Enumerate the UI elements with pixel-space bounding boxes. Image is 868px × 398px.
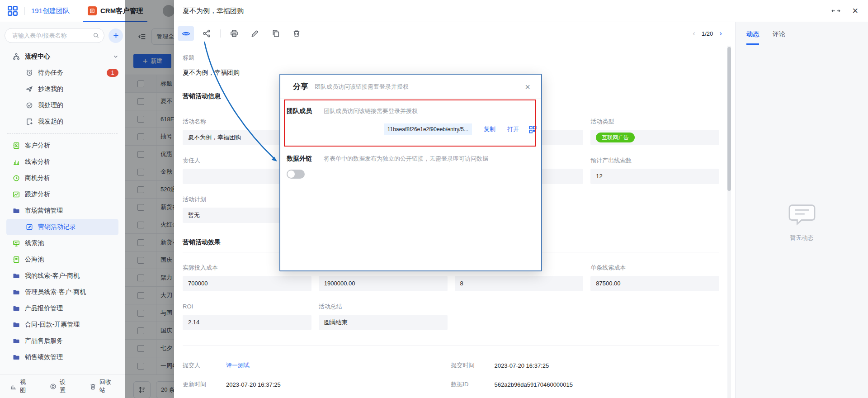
record-meta: 提交人 谭一测试 提交时间 2023-07-20 16:37:25 更新时间 2…: [183, 361, 719, 389]
sidebar-folder-product-quotes[interactable]: 产品报价管理: [0, 300, 125, 317]
field-lead-cost: 单条线索成本 87500.00: [590, 264, 719, 291]
sidebar-item-handled-by-me[interactable]: 我处理的: [0, 97, 125, 114]
tab-comments[interactable]: 评论: [773, 30, 785, 45]
record-title: 夏不为例，幸福团购: [183, 7, 244, 15]
external-link-toggle[interactable]: [287, 170, 305, 179]
submitter-link[interactable]: 谭一测试: [226, 361, 250, 370]
toolbar-divider: [220, 29, 221, 38]
sidebar-folder-my-leads[interactable]: 我的线索-客户-商机: [0, 268, 125, 284]
apps-grid-icon[interactable]: [7, 5, 18, 16]
sidebar-item-followup-analysis[interactable]: 跟进分析: [0, 186, 125, 203]
copy-link-button[interactable]: 复制: [484, 125, 495, 133]
summary-value: 圆满结束: [319, 315, 448, 330]
search-input[interactable]: [11, 32, 93, 39]
share-button[interactable]: [198, 26, 215, 41]
topbar-divider: [24, 7, 25, 15]
roi-value: 2.14: [183, 315, 311, 330]
drawer-header: 夏不为例，幸福团购 ×: [174, 0, 868, 22]
record-pen-icon: [26, 223, 33, 231]
add-form-button[interactable]: [108, 28, 123, 43]
next-record-icon[interactable]: ›: [719, 29, 722, 38]
share-link-text[interactable]: 11baeaf8f26e1e2f90eeb/entry/5...: [384, 123, 472, 135]
close-dialog-icon[interactable]: ×: [525, 82, 530, 91]
team-name[interactable]: 191创建团队: [31, 7, 70, 15]
activity-empty-state: 暂无动态: [736, 203, 868, 242]
sidebar-item-cc-to-me[interactable]: 抄送我的: [0, 81, 125, 97]
pager-position: 1/20: [702, 30, 713, 37]
crm-app-icon: [88, 6, 97, 15]
contact-book-icon: [13, 142, 20, 149]
sidebar-item-customer-analysis[interactable]: 客户分析: [0, 137, 125, 154]
sidebar-nav: 流程中心 待办任务 1 抄送我的 我处理的 我发起的: [0, 46, 125, 365]
sidebar-folder-admin-leads[interactable]: 管理员线索-客户-商机: [0, 284, 125, 300]
qr-code-icon[interactable]: [529, 126, 537, 133]
sidebar-folder-sales-performance[interactable]: 销售绩效管理: [0, 349, 125, 365]
doc-send-icon: [26, 118, 33, 125]
recycle-bin-button[interactable]: 回收站: [90, 378, 115, 394]
folder-icon: [13, 321, 20, 328]
sidebar-item-marketing-records[interactable]: 营销活动记录: [6, 219, 118, 235]
title-field-label: 标题: [183, 54, 719, 62]
search-icon: [93, 32, 99, 39]
sidebar-folder-after-sales[interactable]: 产品售后服务: [0, 333, 125, 349]
empty-feed-text: 暂无动态: [790, 234, 814, 242]
board-icon: [13, 240, 20, 247]
folder-icon: [13, 354, 20, 361]
sidebar-footer: 视图 设置 回收站: [0, 374, 125, 398]
delete-button[interactable]: [288, 26, 305, 41]
print-button[interactable]: [226, 26, 242, 41]
expand-drawer-icon[interactable]: [831, 7, 840, 14]
chevron-down-icon[interactable]: [113, 54, 118, 59]
folder-icon: [13, 272, 20, 280]
form-search[interactable]: [5, 28, 104, 43]
folder-icon: [13, 305, 20, 312]
lead-cost-value: 87500.00: [590, 276, 719, 291]
view-chart-icon: [10, 383, 17, 390]
activity-panel: 动态 评论 暂无动态: [735, 22, 868, 398]
close-drawer-icon[interactable]: ×: [852, 6, 858, 16]
sidebar-item-public-pool[interactable]: 公海池: [0, 251, 125, 268]
open-link-button[interactable]: 打开: [507, 125, 519, 133]
sidebar-folder-marketing[interactable]: 市场营销管理: [0, 203, 125, 219]
record-pager: ‹ 1/20 ›: [693, 29, 736, 38]
chat-bubble-icon: [788, 203, 816, 227]
actual-cost-value: 700000: [183, 276, 311, 291]
external-link-label: 数据外链: [287, 155, 312, 163]
field-summary: 活动总结 圆满结束: [319, 303, 448, 330]
edit-button[interactable]: [247, 26, 263, 41]
sidebar-item-todo-tasks[interactable]: 待办任务 1: [0, 65, 125, 81]
share-dialog-subtitle: 团队成员访问该链接需要登录并授权: [315, 83, 409, 91]
field-expected-leads: 预计产出线索数 12: [590, 157, 719, 184]
send-icon: [26, 85, 33, 93]
prev-record-icon[interactable]: ‹: [693, 29, 695, 38]
share-link-input[interactable]: 11baeaf8f26e1e2f90eeb/entry/5...: [287, 122, 472, 137]
line-chart-icon: [13, 191, 20, 198]
view-eye-button[interactable]: [178, 26, 194, 41]
settings-button[interactable]: 设置: [50, 378, 70, 394]
nav-divider: [7, 133, 118, 134]
sidebar: 流程中心 待办任务 1 抄送我的 我处理的 我发起的: [0, 22, 125, 398]
field-activity-type: 活动类型 互联网广告: [590, 118, 719, 145]
tab-activity-feed[interactable]: 动态: [746, 30, 759, 45]
folder-open-icon: [13, 207, 20, 214]
expected-leads-value: 12: [590, 169, 719, 184]
todo-count-badge: 1: [107, 69, 118, 77]
sidebar-item-opportunity-analysis[interactable]: 商机分析: [0, 170, 125, 186]
clock-icon: [13, 175, 20, 182]
content-scrollbar[interactable]: [727, 46, 731, 398]
sidebar-item-process-center[interactable]: 流程中心: [0, 48, 125, 65]
views-button[interactable]: 视图: [10, 378, 30, 394]
activity-type-tag: 互联网广告: [596, 133, 635, 142]
app-screen: 191创建团队 CRM客户管理 流程中心: [0, 0, 868, 398]
gear-icon: [50, 383, 57, 390]
copy-button[interactable]: [268, 26, 284, 41]
sidebar-folder-contracts[interactable]: 合同-回款-开票管理: [0, 317, 125, 333]
scrollbar-thumb[interactable]: [727, 47, 731, 191]
sidebar-item-lead-pool[interactable]: 线索池: [0, 235, 125, 251]
sidebar-item-lead-analysis[interactable]: 线索分析: [0, 154, 125, 170]
trash-icon: [90, 383, 96, 390]
folder-icon: [13, 289, 20, 296]
field-roi: ROI 2.14: [183, 303, 311, 330]
sidebar-item-initiated-by-me[interactable]: 我发起的: [0, 114, 125, 130]
book-icon: [13, 256, 20, 263]
